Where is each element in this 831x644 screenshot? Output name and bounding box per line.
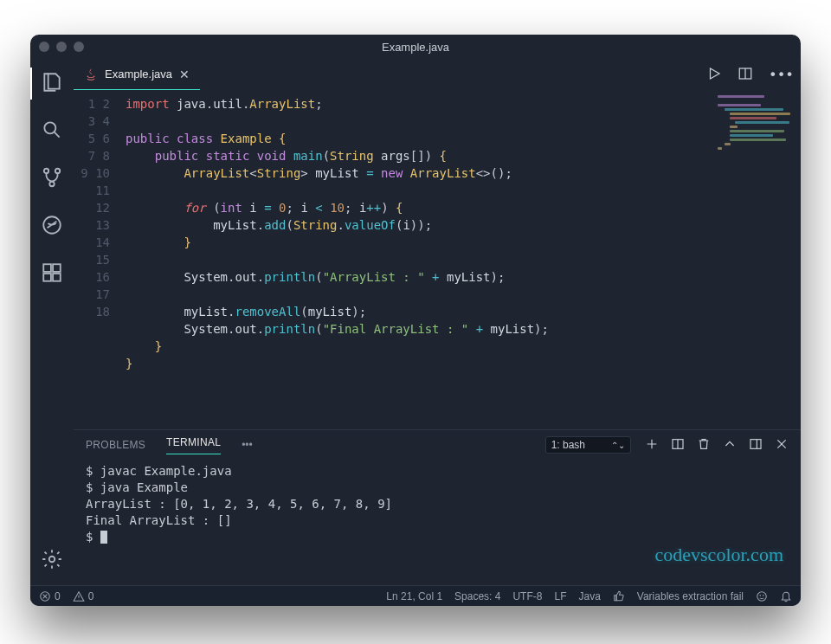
tab-label: Example.java [105,68,172,80]
java-file-icon [84,68,98,81]
svg-point-2 [55,169,60,173]
terminal-kill-button[interactable] [697,437,711,454]
zoom-window-dot[interactable] [74,42,84,52]
trash-icon [697,437,711,451]
bottom-panel: PROBLEMS TERMINAL ••• 1: bash ⌃⌄ [74,429,801,585]
svg-rect-12 [750,439,761,448]
warning-icon [73,590,85,602]
activity-settings[interactable] [41,548,63,573]
status-bell[interactable] [780,590,792,602]
svg-point-1 [44,169,48,173]
panel-move-button[interactable] [749,437,763,454]
activity-explorer[interactable] [41,71,63,96]
activity-scm[interactable] [41,166,63,191]
line-gutter: 1 2 3 4 5 6 7 8 9 10 11 12 13 14 15 16 1… [74,90,126,429]
terminal-selector-label: 1: bash [551,439,585,451]
activity-debug[interactable] [41,214,63,239]
editor-column: Example.java ✕ ••• 1 2 3 4 5 6 7 8 9 10 … [74,59,801,585]
activity-search[interactable] [41,119,63,144]
terminal-maximize-button[interactable] [723,437,737,454]
status-warnings[interactable]: 0 [73,590,94,602]
svg-rect-5 [43,264,51,272]
panel-tab-more[interactable]: ••• [242,439,253,451]
split-icon [671,437,685,451]
more-actions-button[interactable]: ••• [769,67,794,83]
svg-point-0 [44,122,55,133]
run-button[interactable] [706,66,722,84]
editor-actions: ••• [706,66,794,84]
panel-tab-terminal[interactable]: TERMINAL [166,436,221,454]
status-notification-text[interactable]: Variables extraction fail [637,590,744,602]
files-icon [41,71,63,93]
status-cursor-position[interactable]: Ln 21, Col 1 [386,590,442,602]
close-icon [775,437,789,451]
layout-icon [749,437,763,451]
chevron-updown-icon: ⌃⌄ [611,441,625,450]
code-content[interactable]: import java.util.ArrayList; public class… [126,90,801,429]
status-feedback[interactable] [756,590,768,602]
status-bar: 0 0 Ln 21, Col 1 Spaces: 4 UTF-8 LF Java… [30,585,801,606]
bug-icon [41,214,63,236]
gear-icon [41,548,63,570]
svg-point-14 [757,591,767,601]
extensions-icon [41,261,63,284]
vscode-window: Example.java [30,35,801,606]
terminal-new-button[interactable] [645,437,659,454]
status-thumb[interactable] [613,590,625,602]
plus-icon [645,437,659,451]
terminal-output[interactable]: $ javac Example.java $ java Example Arra… [74,460,801,585]
status-language[interactable]: Java [578,590,600,602]
panel-tab-problems[interactable]: PROBLEMS [86,439,145,451]
play-icon [706,66,722,81]
tab-close-icon[interactable]: ✕ [179,68,190,81]
activity-bar [30,59,74,585]
split-editor-button[interactable] [738,66,753,84]
panel-close-button[interactable] [775,437,789,454]
svg-point-16 [763,595,763,596]
svg-point-3 [49,182,54,186]
svg-rect-8 [53,274,61,281]
terminal-selector[interactable]: 1: bash ⌃⌄ [545,436,631,454]
activity-extensions[interactable] [41,261,63,287]
body-row: Example.java ✕ ••• 1 2 3 4 5 6 7 8 9 10 … [30,59,801,585]
split-icon [738,66,753,81]
tab-example-java[interactable]: Example.java ✕ [74,59,200,90]
thumbs-up-icon [613,590,625,602]
titlebar: Example.java [30,35,801,59]
bell-icon [780,590,792,602]
chevron-up-icon [723,437,737,451]
search-icon [41,119,63,141]
status-indent[interactable]: Spaces: 4 [454,590,500,602]
git-branch-icon [41,166,63,189]
svg-rect-6 [53,264,61,272]
minimize-window-dot[interactable] [56,42,67,52]
status-errors[interactable]: 0 [39,590,61,602]
status-eol[interactable]: LF [554,590,566,602]
panel-tabs: PROBLEMS TERMINAL ••• 1: bash ⌃⌄ [74,430,801,460]
code-editor[interactable]: 1 2 3 4 5 6 7 8 9 10 11 12 13 14 15 16 1… [74,90,801,429]
svg-point-9 [49,557,55,563]
traffic-lights [39,42,84,52]
status-encoding[interactable]: UTF-8 [512,590,542,602]
svg-rect-7 [43,274,51,281]
close-window-dot[interactable] [39,42,49,52]
svg-point-15 [760,595,761,596]
error-icon [39,590,51,602]
window-title: Example.java [30,41,801,54]
terminal-split-button[interactable] [671,437,685,454]
editor-tabs: Example.java ✕ ••• [74,59,801,90]
smiley-icon [756,590,768,602]
